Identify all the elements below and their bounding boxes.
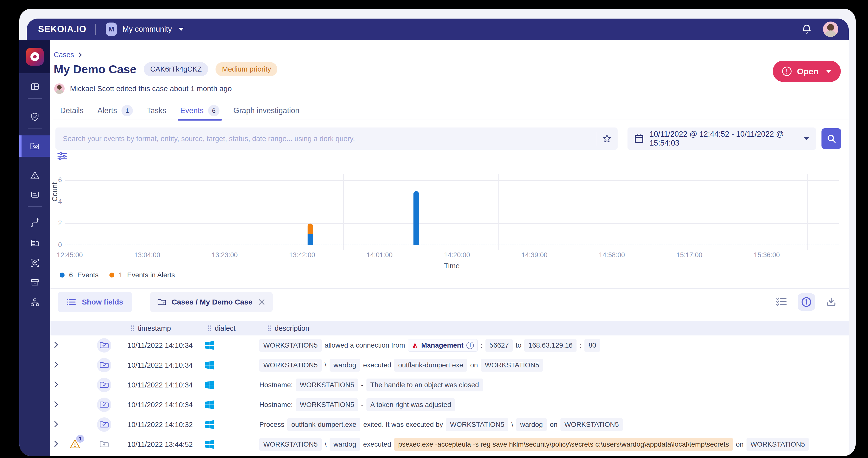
date-range-picker[interactable]: 10/11/2022 @ 12:44:52 - 10/11/2022 @ 15:…: [627, 127, 816, 150]
description-value-chip[interactable]: wardog: [516, 418, 547, 431]
tab-events[interactable]: Events6: [173, 102, 226, 120]
download-icon[interactable]: [826, 297, 836, 307]
chart-settings-toggle[interactable]: [57, 152, 67, 162]
description-value-chip[interactable]: WORKSTATION5: [481, 359, 543, 372]
expand-chevron-icon[interactable]: [54, 361, 59, 368]
bell-icon[interactable]: [801, 23, 812, 35]
folder-check-wrap[interactable]: [97, 338, 111, 352]
sidebar-item-events[interactable]: [19, 185, 50, 204]
building-icon: [30, 238, 39, 248]
show-fields-label: Show fields: [82, 298, 123, 306]
description-value-chip[interactable]: WORKSTATION5: [259, 339, 322, 352]
description-highlighted-command[interactable]: psexec.exe -accepteula -s reg save hklm\…: [394, 438, 733, 451]
tab-details[interactable]: Details: [53, 102, 91, 120]
checklist-icon[interactable]: [776, 297, 787, 307]
description-value-chip[interactable]: The handle to an object was closed: [367, 378, 483, 392]
column-header-dialect[interactable]: dialect: [201, 324, 259, 333]
description-value-chip[interactable]: WORKSTATION5: [446, 418, 508, 431]
drag-handle-icon[interactable]: [267, 325, 271, 331]
case-status-button[interactable]: ! Open: [773, 61, 841, 82]
folder-check-wrap[interactable]: [97, 358, 111, 372]
description-value-chip[interactable]: A token right was adjusted: [367, 398, 455, 411]
description-value-chip[interactable]: 80: [584, 339, 600, 352]
info-panel-button[interactable]: [798, 293, 815, 311]
application-chip[interactable]: Managementi: [408, 339, 477, 351]
drag-handle-icon[interactable]: [130, 325, 134, 331]
windows-dialect-icon: [205, 400, 214, 409]
chevron-down-icon[interactable]: [178, 28, 184, 31]
sidebar-item-alerts[interactable]: [19, 166, 50, 185]
sidebar-item-community[interactable]: [19, 293, 50, 312]
folder-check-wrap[interactable]: [97, 378, 111, 392]
sidebar-item-cases[interactable]: [19, 136, 50, 157]
description-value-chip[interactable]: WORKSTATION5: [296, 378, 358, 392]
table-row[interactable]: 1 10/11/2022 13:44:52 WORKSTATION5\wardo…: [50, 434, 849, 454]
table-row[interactable]: 10/11/2022 14:10:34 WORKSTATION5allowed …: [50, 336, 849, 355]
expand-chevron-icon[interactable]: [54, 440, 59, 447]
expand-chevron-icon[interactable]: [54, 381, 59, 388]
alert-warning-wrap[interactable]: 1: [69, 439, 81, 450]
chart-bar[interactable]: [413, 191, 419, 245]
sidebar-item-archives[interactable]: [19, 273, 50, 292]
folder-check-icon: [99, 381, 109, 389]
events-timeline-chart[interactable]: 6 4 2 0 Count 12:45:0013:04:0013:23:0013…: [65, 180, 839, 245]
folder-check-wrap[interactable]: [97, 398, 111, 412]
description-value-chip[interactable]: WORKSTATION5: [296, 398, 358, 411]
sidebar-item-intelligence[interactable]: [19, 233, 50, 253]
description-value-chip[interactable]: WORKSTATION5: [259, 438, 322, 451]
expand-chevron-icon[interactable]: [54, 401, 59, 408]
legend-item-events[interactable]: 6Events: [60, 271, 98, 279]
case-byline: Mickael Scott edited this case about 1 m…: [54, 83, 232, 94]
table-row[interactable]: 10/11/2022 14:10:34 WORKSTATION5\wardoge…: [50, 355, 849, 375]
breadcrumb[interactable]: Cases: [54, 51, 82, 59]
star-icon[interactable]: [602, 134, 612, 143]
description-value-chip[interactable]: outflank-dumpert.exe: [287, 418, 360, 431]
event-timestamp: 10/11/2022 14:10:34: [122, 361, 201, 369]
description-value-chip[interactable]: wardog: [330, 359, 360, 372]
expand-chevron-icon[interactable]: [54, 341, 59, 348]
sidebar-logo-block[interactable]: [19, 40, 50, 73]
table-row[interactable]: 10/11/2022 14:10:32 Processoutflank-dump…: [50, 415, 849, 434]
community-avatar[interactable]: M: [106, 23, 117, 36]
case-short-id-chip[interactable]: CAK6rTk4gCKZ: [144, 62, 208, 76]
info-icon[interactable]: i: [466, 342, 474, 349]
sidebar-item-playbooks[interactable]: [19, 213, 50, 232]
search-button[interactable]: [822, 128, 841, 149]
column-header-timestamp[interactable]: timestamp: [122, 324, 201, 333]
case-filter-chip[interactable]: Cases / My Demo Case: [150, 292, 273, 312]
description-value-chip[interactable]: 56627: [486, 339, 513, 352]
sidebar-item-sandbox[interactable]: [19, 253, 50, 273]
description-text: Hostname:: [259, 401, 293, 409]
folder-eye-icon: [30, 141, 40, 151]
expand-chevron-icon[interactable]: [54, 421, 59, 428]
column-header-description[interactable]: description: [259, 324, 849, 333]
show-fields-button[interactable]: Show fields: [58, 292, 132, 312]
description-text: executed: [363, 361, 391, 369]
folder-add-icon[interactable]: [99, 440, 109, 449]
sidebar-item-dashboard[interactable]: [19, 77, 50, 96]
description-text: Process: [259, 421, 284, 429]
tab-alerts[interactable]: Alerts1: [91, 102, 140, 120]
breadcrumb-cases[interactable]: Cases: [54, 51, 74, 59]
sidebar-item-threat-center[interactable]: [19, 107, 50, 126]
description-value-chip[interactable]: WORKSTATION5: [746, 438, 809, 451]
community-selector[interactable]: My community: [122, 25, 172, 34]
priority-badge[interactable]: Medium priority: [216, 62, 277, 76]
description-value-chip[interactable]: WORKSTATION5: [259, 359, 322, 372]
description-value-chip[interactable]: WORKSTATION5: [560, 418, 623, 431]
description-value-chip[interactable]: outflank-dumpert.exe: [394, 359, 467, 372]
tab-graph-investigation[interactable]: Graph investigation: [226, 102, 306, 120]
tab-tasks[interactable]: Tasks: [140, 102, 173, 120]
legend-item-events-in-alerts[interactable]: 1Events in Alerts: [110, 271, 175, 279]
description-value-chip[interactable]: wardog: [330, 438, 360, 451]
chart-bar[interactable]: [308, 224, 313, 245]
description-value-chip[interactable]: 168.63.129.16: [524, 339, 577, 352]
drag-handle-icon[interactable]: [207, 325, 211, 331]
brand-logo: SEKOIA.IO: [38, 24, 86, 34]
table-row[interactable]: 10/11/2022 14:10:34 Hostname:WORKSTATION…: [50, 395, 849, 415]
table-row[interactable]: 10/11/2022 14:10:34 Hostname:WORKSTATION…: [50, 375, 849, 395]
folder-check-wrap[interactable]: [97, 418, 111, 432]
close-icon[interactable]: [258, 298, 266, 306]
search-input[interactable]: Search your events by format, entity, so…: [55, 127, 618, 150]
user-avatar[interactable]: [823, 22, 838, 37]
